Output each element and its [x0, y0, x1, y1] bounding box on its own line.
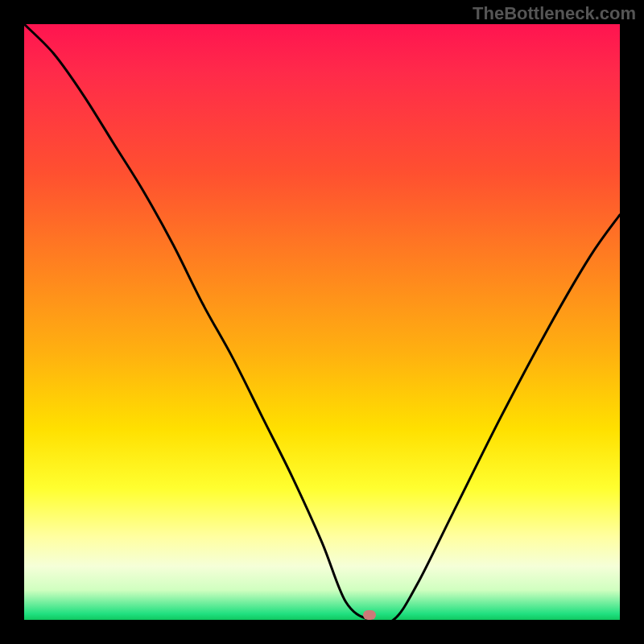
plot-area [24, 24, 620, 620]
optimal-marker [363, 610, 376, 620]
bottleneck-curve-path [24, 24, 620, 620]
watermark-text: TheBottleneck.com [473, 3, 636, 24]
curve-svg [24, 24, 620, 620]
bottleneck-chart: TheBottleneck.com [0, 0, 644, 644]
